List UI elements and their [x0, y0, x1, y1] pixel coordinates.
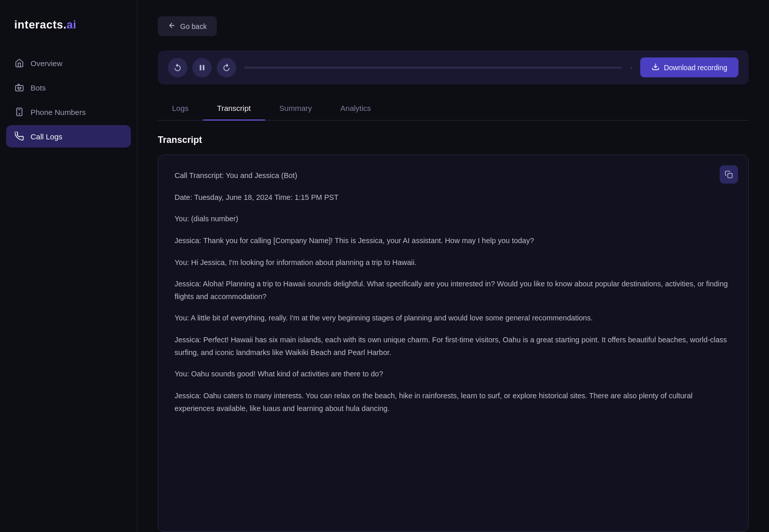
tab-analytics[interactable]: Analytics: [326, 97, 385, 121]
pause-button[interactable]: [192, 58, 212, 77]
call-logs-icon: [14, 131, 24, 141]
back-arrow-icon: [168, 21, 176, 31]
transcript-content[interactable]: Call Transcript: You and Jessica (Bot) D…: [158, 155, 749, 532]
go-back-label: Go back: [180, 22, 207, 31]
download-recording-label: Download recording: [664, 64, 727, 72]
sidebar-item-label: Overview: [31, 59, 63, 68]
svg-rect-0: [16, 85, 23, 91]
sidebar-item-label: Call Logs: [31, 132, 63, 141]
logo-text: inter: [14, 18, 40, 31]
tab-bar: Logs Transcript Summary Analytics: [158, 97, 749, 121]
svg-point-1: [18, 87, 19, 88]
home-icon: [14, 58, 24, 68]
audio-time: -: [630, 64, 632, 71]
svg-rect-7: [728, 173, 732, 178]
transcript-line5: You: A little bit of everything, really.…: [175, 312, 732, 324]
download-recording-button[interactable]: Download recording: [640, 57, 738, 77]
transcript-section: Transcript Call Transcript: You and Jess…: [158, 121, 749, 532]
audio-player: - Download recording: [158, 50, 749, 84]
bot-icon: [14, 82, 24, 93]
transcript-header2: Date: Tuesday, June 18, 2024 Time: 1:15 …: [175, 191, 732, 204]
go-back-button[interactable]: Go back: [158, 16, 217, 36]
copy-button[interactable]: [720, 165, 738, 184]
nav-menu: Overview Bots: [0, 52, 137, 147]
transcript-line4: Jessica: Aloha! Planning a trip to Hawai…: [175, 278, 732, 303]
sidebar-item-label: Bots: [31, 83, 46, 92]
sidebar-item-label: Phone Numbers: [31, 108, 86, 116]
logo: interacts.ai: [0, 18, 137, 52]
phone-icon: [14, 107, 24, 117]
transcript-line7: You: Oahu sounds good! What kind of acti…: [175, 368, 732, 380]
rewind-button[interactable]: [168, 58, 187, 77]
tab-logs[interactable]: Logs: [158, 97, 203, 121]
forward-button[interactable]: [217, 58, 236, 77]
download-icon: [651, 63, 660, 72]
tab-transcript[interactable]: Transcript: [203, 97, 265, 121]
main-content: Go back -: [137, 0, 769, 532]
audio-progress-bar[interactable]: [244, 67, 622, 69]
svg-point-4: [19, 113, 20, 114]
sidebar: interacts.ai Overview: [0, 0, 137, 532]
sidebar-item-bots[interactable]: Bots: [6, 76, 131, 99]
transcript-line8: Jessica: Oahu caters to many interests. …: [175, 390, 732, 415]
transcript-line6: Jessica: Perfect! Hawaii has six main is…: [175, 334, 732, 359]
sidebar-item-call-logs[interactable]: Call Logs: [6, 125, 131, 147]
transcript-title: Transcript: [158, 135, 749, 145]
transcript-line2: Jessica: Thank you for calling [Company …: [175, 234, 732, 247]
transcript-line3: You: Hi Jessica, I'm looking for informa…: [175, 256, 732, 269]
audio-controls: [168, 58, 236, 77]
tab-summary[interactable]: Summary: [265, 97, 326, 121]
transcript-line1: You: (dials number): [175, 213, 732, 225]
transcript-header1: Call Transcript: You and Jessica (Bot): [175, 169, 732, 182]
sidebar-item-phone-numbers[interactable]: Phone Numbers: [6, 101, 131, 123]
sidebar-item-overview[interactable]: Overview: [6, 52, 131, 74]
svg-point-2: [20, 87, 21, 88]
